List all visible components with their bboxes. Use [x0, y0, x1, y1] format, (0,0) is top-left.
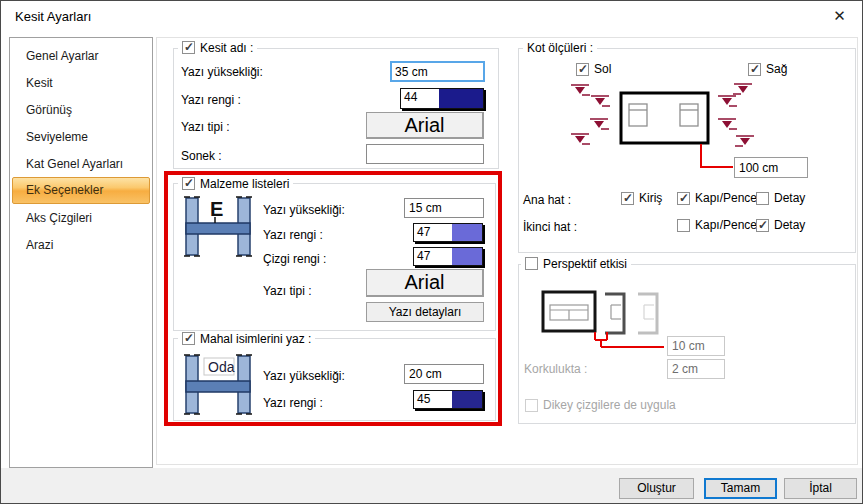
mahal-yukseklik-label: Yazı yüksekliği: [263, 369, 345, 383]
tamam-button[interactable]: Tamam [704, 478, 777, 499]
ana-detay-row: Detay [756, 191, 805, 205]
korkulukta-label: Korkulukta : [524, 362, 587, 376]
dikey-checkbox[interactable] [525, 399, 538, 412]
mahal-rengi-index: 45 [414, 391, 452, 408]
perspektif-label: Perspektif etkisi [543, 257, 627, 271]
ikinci-kapi-checkbox[interactable] [677, 219, 690, 232]
sidebar-item-ek-secenekler[interactable]: Ek Seçenekler [12, 177, 150, 204]
mahal-label: Mahal isimlerini yaz : [200, 332, 311, 346]
kot-offset-input[interactable] [734, 157, 808, 178]
perspektif-checkbox[interactable] [525, 257, 538, 270]
ana-detay-label: Detay [774, 191, 805, 205]
ana-kiris-label: Kiriş [639, 191, 662, 205]
kesit-ayarlari-dialog: Kesit Ayarları ✕ Genel Ayarlar Kesit Gör… [0, 0, 863, 504]
settings-nav-sidebar: Genel Ayarlar Kesit Görünüş Seviyeleme K… [9, 37, 153, 468]
kesit-rengi-colorfield[interactable]: 44 [400, 88, 484, 109]
ana-kapi-checkbox[interactable] [677, 192, 690, 205]
kesit-yukseklik-input[interactable] [390, 61, 485, 82]
dikey-row: Dikey çizgilere de uygula [525, 398, 676, 412]
sag-checkbox-row: Sağ [748, 62, 787, 76]
mahal-group-title: Mahal isimlerini yaz : [178, 331, 315, 346]
sidebar-item-arazi[interactable]: Arazi [12, 231, 150, 258]
malzeme-checkbox[interactable] [182, 177, 195, 190]
mahal-rengi-colorfield[interactable]: 45 [413, 390, 483, 409]
sonek-label: Sonek : [181, 149, 222, 163]
ana-kiris-checkbox[interactable] [621, 192, 634, 205]
kesit-font-button[interactable]: Arial [366, 112, 484, 139]
malzeme-yazi-rengi-swatch [452, 224, 482, 241]
perspektif-offset-input[interactable] [667, 336, 725, 356]
iptal-button[interactable]: İptal [784, 478, 857, 499]
titlebar: Kesit Ayarları ✕ [1, 1, 862, 32]
ikinci-detay-row: Detay [756, 218, 805, 232]
mahal-yukseklik-input[interactable] [404, 364, 484, 384]
kesit-rengi-label: Yazı rengi : [181, 93, 241, 107]
close-icon[interactable]: ✕ [817, 1, 862, 31]
malzeme-yazi-rengi-index: 47 [414, 224, 452, 241]
ana-detay-checkbox[interactable] [756, 192, 769, 205]
korkulukta-input[interactable] [667, 359, 725, 379]
kesit-yukseklik-label: Yazı yüksekliği: [181, 65, 263, 79]
malzeme-section-icon: E [181, 195, 255, 259]
malzeme-cizgi-rengi-index: 47 [414, 248, 452, 265]
footer-bar: Oluştur Tamam İptal [1, 468, 863, 504]
mahal-rengi-swatch [452, 391, 482, 408]
sol-label: Sol [594, 62, 611, 76]
sonek-input[interactable] [366, 144, 484, 164]
kesit-adi-group-title: Kesit adı : [178, 40, 257, 55]
ikinci-detay-checkbox[interactable] [756, 219, 769, 232]
sag-label: Sağ [766, 62, 787, 76]
sidebar-item-gorunus[interactable]: Görünüş [12, 96, 150, 123]
kesit-adi-checkbox[interactable] [182, 41, 195, 54]
mahal-rengi-label: Yazı rengi : [263, 396, 323, 410]
malzeme-cizgi-rengi-label: Çizgi rengi : [263, 252, 326, 266]
ikinci-kapi-row: Kapı/Pencere [677, 218, 768, 232]
malzeme-tipi-label: Yazı tipi : [263, 284, 311, 298]
malzeme-yazi-rengi-colorfield[interactable]: 47 [413, 223, 483, 242]
sidebar-item-kat-genel-ayarlari[interactable]: Kat Genel Ayarları [12, 150, 150, 177]
svg-text:Oda: Oda [208, 359, 235, 375]
ikinci-detay-label: Detay [774, 218, 805, 232]
ana-kapi-row: Kapı/Pencere [677, 191, 768, 205]
malzeme-font-button[interactable]: Arial [366, 269, 484, 297]
olustur-button[interactable]: Oluştur [619, 478, 694, 499]
yazi-detaylari-button[interactable]: Yazı detayları [366, 302, 484, 322]
perspektif-group-title: Perspektif etkisi [521, 256, 631, 271]
sag-checkbox[interactable] [748, 63, 761, 76]
svg-text:E: E [210, 198, 223, 220]
malzeme-yukseklik-label: Yazı yüksekliği: [263, 203, 345, 217]
dialog-title: Kesit Ayarları [15, 1, 91, 32]
kot-olculeri-title: Kot ölçüleri : [523, 41, 597, 56]
sol-checkbox-row: Sol [576, 62, 611, 76]
ana-kiris-row: Kiriş [621, 191, 662, 205]
mahal-checkbox[interactable] [182, 332, 195, 345]
kesit-tipi-label: Yazı tipi : [181, 120, 229, 134]
mahal-section-icon: Oda [181, 353, 255, 417]
sol-checkbox[interactable] [576, 63, 589, 76]
sidebar-item-genel-ayarlar[interactable]: Genel Ayarlar [12, 42, 150, 69]
kesit-adi-label: Kesit adı : [200, 41, 253, 55]
sidebar-item-kesit[interactable]: Kesit [12, 69, 150, 96]
dikey-label: Dikey çizgilere de uygula [543, 398, 676, 412]
malzeme-label: Malzeme listeleri [200, 177, 289, 191]
malzeme-cizgi-rengi-swatch [452, 248, 482, 265]
kesit-rengi-swatch [439, 89, 483, 108]
malzeme-cizgi-rengi-colorfield[interactable]: 47 [413, 247, 483, 266]
ikinci-hat-label: İkinci hat : [523, 220, 577, 234]
kesit-rengi-index: 44 [401, 89, 439, 108]
malzeme-yazi-rengi-label: Yazı rengi : [263, 228, 323, 242]
malzeme-yukseklik-input[interactable] [404, 198, 484, 218]
malzeme-group-title: Malzeme listeleri [178, 176, 293, 191]
ana-hat-label: Ana hat : [523, 193, 571, 207]
sidebar-item-aks-cizgileri[interactable]: Aks Çizgileri [12, 204, 150, 231]
sidebar-item-seviyeleme[interactable]: Seviyeleme [12, 123, 150, 150]
